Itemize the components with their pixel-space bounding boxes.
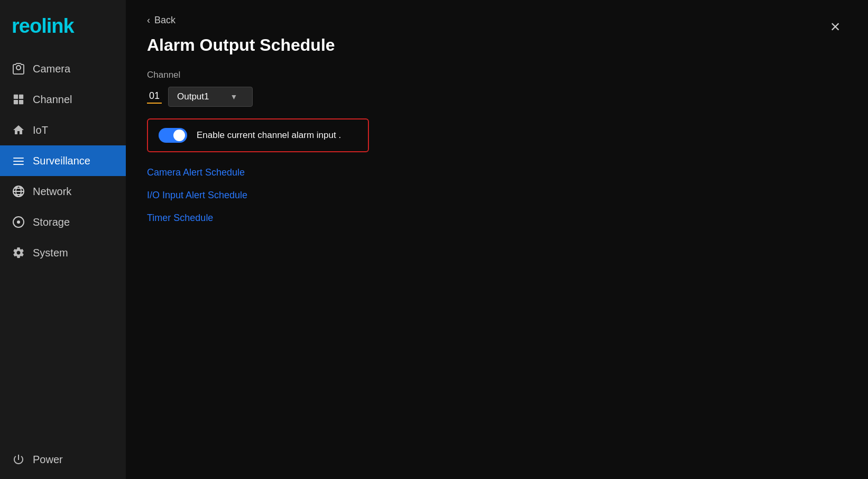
svg-point-10 (17, 220, 20, 224)
sidebar-item-iot-label: IoT (33, 124, 48, 136)
sidebar-item-system-label: System (33, 247, 68, 259)
back-label: Back (154, 15, 176, 26)
power-icon (12, 453, 25, 466)
sidebar-item-camera-label: Camera (33, 63, 70, 75)
page-title: Alarm Output Schedule (147, 35, 847, 55)
channel-label: Channel (147, 70, 847, 80)
sidebar-bottom: Power (0, 440, 126, 479)
system-icon (12, 246, 25, 260)
logo-text: reolink (12, 15, 114, 38)
svg-rect-1 (19, 95, 23, 99)
back-chevron-icon: ‹ (147, 15, 150, 26)
power-button[interactable]: Power (12, 453, 114, 466)
io-input-alert-schedule-link[interactable]: I/O Input Alert Schedule (147, 190, 847, 201)
camera-icon (12, 62, 25, 76)
sidebar-item-surveillance-label: Surveillance (33, 155, 90, 167)
channel-icon (12, 93, 25, 106)
back-link[interactable]: ‹ Back (147, 15, 847, 26)
enable-channel-toggle-row: Enable current channel alarm input . (147, 118, 369, 152)
channel-select-dropdown[interactable]: Output1 ▼ (168, 87, 253, 107)
iot-icon (12, 123, 25, 137)
nav-menu: Camera Channel IoT (0, 53, 126, 440)
channel-select-value: Output1 (177, 91, 209, 102)
sidebar-item-surveillance[interactable]: Surveillance (0, 145, 126, 176)
sidebar-item-system[interactable]: System (0, 237, 126, 268)
sidebar-item-storage-label: Storage (33, 216, 70, 228)
svg-rect-2 (14, 100, 18, 104)
sidebar-item-network-label: Network (33, 186, 71, 198)
enable-channel-toggle[interactable] (159, 128, 187, 143)
channel-number: 01 (147, 90, 162, 104)
svg-rect-0 (14, 95, 18, 99)
sidebar-item-camera[interactable]: Camera (0, 53, 126, 84)
toggle-thumb (173, 130, 185, 141)
power-label: Power (33, 454, 63, 466)
toggle-track (159, 128, 187, 143)
sidebar-item-channel-label: Channel (33, 94, 72, 106)
network-icon (12, 185, 25, 198)
sidebar: reolink Camera Channel (0, 0, 126, 479)
storage-icon (12, 215, 25, 229)
svg-rect-3 (19, 100, 23, 104)
channel-row: 01 Output1 ▼ (147, 87, 847, 107)
surveillance-icon (12, 154, 25, 168)
sidebar-item-network[interactable]: Network (0, 176, 126, 207)
close-button[interactable]: × (824, 15, 847, 38)
logo: reolink (0, 0, 126, 53)
sidebar-item-iot[interactable]: IoT (0, 115, 126, 145)
sidebar-item-storage[interactable]: Storage (0, 207, 126, 237)
camera-alert-schedule-link[interactable]: Camera Alert Schedule (147, 167, 847, 178)
enable-channel-label: Enable current channel alarm input . (197, 130, 341, 141)
main-content: × ‹ Back Alarm Output Schedule Channel 0… (126, 0, 868, 479)
close-icon: × (830, 17, 841, 36)
dropdown-arrow-icon: ▼ (230, 93, 238, 101)
sidebar-item-channel[interactable]: Channel (0, 84, 126, 115)
timer-schedule-link[interactable]: Timer Schedule (147, 213, 847, 224)
